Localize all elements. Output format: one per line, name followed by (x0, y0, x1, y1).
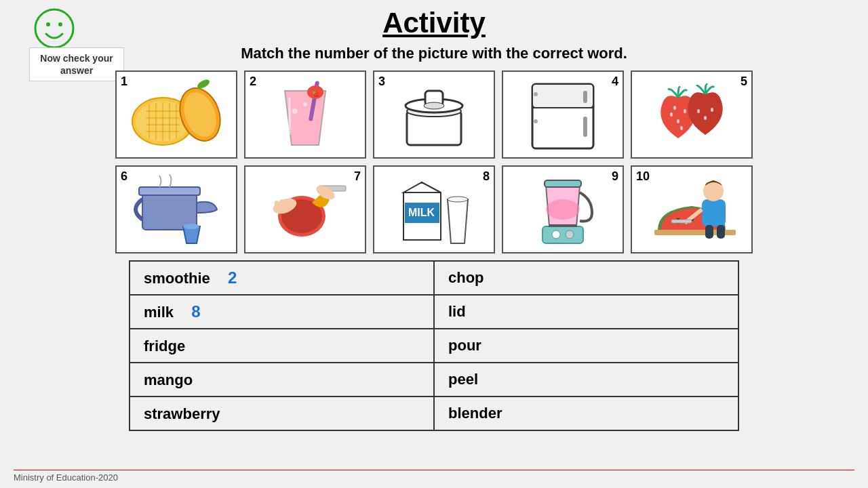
table-cell-right: chop (434, 261, 738, 295)
svg-rect-55 (280, 199, 284, 213)
word-blender: blender (448, 405, 502, 422)
table-cell-left: milk 8 (130, 295, 434, 329)
svg-point-40 (673, 106, 676, 110)
svg-rect-73 (702, 199, 726, 226)
word-peel: peel (448, 371, 478, 388)
table-row: mango peel (130, 363, 738, 396)
footer: Ministry of Education-2020 (14, 470, 854, 483)
table-row: fridge pour (130, 329, 738, 363)
image-num-2: 2 (250, 75, 256, 89)
word-chop: chop (448, 269, 484, 286)
image-num-6: 6 (121, 169, 127, 184)
page-header: Activity (14, 7, 854, 39)
svg-point-38 (677, 119, 679, 123)
image-2-smoothie: 2 🍓 (244, 70, 366, 159)
image-10-pour: 10 (631, 165, 753, 253)
svg-point-48 (183, 224, 199, 229)
svg-point-43 (704, 116, 707, 120)
svg-marker-18 (285, 91, 326, 145)
table-cell-left: mango (130, 363, 434, 396)
image-1-mango: 1 (115, 70, 237, 159)
image-num-1: 1 (121, 75, 127, 89)
image-num-3: 3 (378, 75, 385, 89)
svg-point-23 (303, 102, 307, 106)
svg-point-41 (680, 126, 683, 130)
svg-rect-78 (717, 225, 725, 239)
table-cell-right: blender (434, 396, 738, 430)
images-row-1: 1 (14, 70, 854, 159)
table-cell-right: pour (434, 329, 738, 363)
activity-subtitle: Match the number of the picture with the… (14, 45, 854, 62)
table-row: milk 8 lid (130, 295, 738, 329)
image-7-chop: 7 (244, 165, 366, 253)
check-answer-box: Now check your answer (29, 47, 124, 81)
svg-rect-66 (545, 180, 581, 187)
table-cell-left: strawberry (130, 396, 434, 430)
word-strawberry: strawberry (144, 405, 220, 422)
image-5-strawberry: 5 (631, 70, 753, 159)
svg-marker-57 (403, 182, 441, 192)
word-smoothie: smoothie (144, 270, 210, 287)
image-num-8: 8 (483, 169, 490, 184)
table-cell-left: smoothie 2 (130, 261, 434, 295)
table-cell-right: lid (434, 295, 738, 329)
svg-rect-46 (139, 187, 200, 195)
answer-milk: 8 (191, 302, 200, 321)
svg-point-44 (711, 108, 713, 112)
word-pour: pour (448, 337, 481, 354)
check-answer-text: Now check your answer (40, 53, 113, 76)
page: Now check your answer Activity Match the… (0, 0, 868, 488)
svg-point-61 (448, 197, 468, 202)
svg-point-63 (552, 230, 560, 239)
svg-point-1 (46, 22, 50, 26)
svg-rect-77 (705, 225, 713, 239)
svg-point-37 (670, 113, 673, 117)
svg-rect-76 (671, 220, 692, 223)
matching-table: smoothie 2 chop milk 8 lid fridge (129, 260, 739, 431)
svg-marker-60 (448, 199, 468, 243)
svg-point-39 (684, 109, 686, 113)
svg-point-64 (566, 230, 574, 239)
table-cell-left: fridge (130, 329, 434, 363)
table-row: smoothie 2 chop (130, 261, 738, 295)
page-title: Activity (382, 7, 486, 39)
image-9-blender: 9 (502, 165, 624, 253)
svg-point-29 (424, 102, 444, 109)
svg-text:🍓: 🍓 (312, 90, 319, 97)
image-4-fridge: 4 (502, 70, 624, 159)
svg-rect-54 (275, 201, 279, 213)
image-num-4: 4 (612, 75, 618, 89)
image-8-milk: 8 MILK (373, 165, 495, 253)
svg-rect-34 (583, 117, 587, 137)
word-fridge: fridge (144, 338, 185, 354)
footer-text: Ministry of Education-2020 (14, 472, 118, 483)
svg-point-36 (534, 119, 538, 123)
image-6-kettle: 6 (115, 165, 237, 253)
svg-rect-33 (583, 91, 587, 103)
svg-point-22 (292, 108, 298, 114)
svg-point-67 (546, 199, 580, 220)
svg-point-35 (534, 92, 538, 96)
images-row-2: 6 7 (14, 165, 854, 253)
word-lid: lid (448, 303, 466, 320)
answer-smoothie: 2 (228, 268, 237, 287)
image-num-5: 5 (741, 75, 747, 89)
table-cell-right: peel (434, 363, 738, 396)
svg-text:MILK: MILK (408, 207, 435, 218)
svg-rect-62 (542, 226, 583, 243)
word-mango: mango (144, 371, 193, 388)
svg-point-2 (58, 22, 62, 26)
svg-point-0 (35, 9, 73, 47)
svg-point-42 (697, 109, 700, 113)
image-num-10: 10 (636, 169, 650, 184)
word-milk: milk (144, 304, 174, 321)
image-num-7: 7 (354, 169, 361, 184)
image-num-9: 9 (612, 169, 618, 184)
table-row: strawberry blender (130, 396, 738, 430)
smiley-icon (34, 8, 75, 49)
image-3-lid: 3 (373, 70, 495, 159)
